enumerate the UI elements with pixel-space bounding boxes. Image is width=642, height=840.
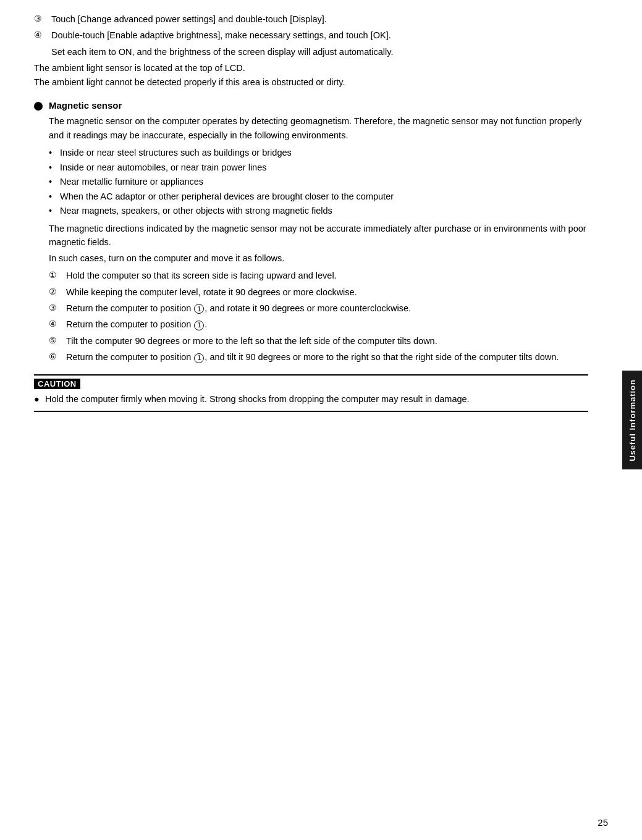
bullet-dot-5: • [49, 204, 60, 217]
bullet-item-4: • When the AC adaptor or other periphera… [49, 190, 588, 203]
bullet-text-5: Near magnets, speakers, or other objects… [60, 204, 332, 217]
caution-text-1: Hold the computer firmly when moving it.… [45, 392, 470, 406]
bullet-text-4: When the AC adaptor or other peripheral … [60, 190, 394, 203]
step-4-subtext: Set each item to ON, and the brightness … [34, 45, 588, 59]
mag-step-text-2: While keeping the computer level, rotate… [66, 285, 588, 299]
mag-step-num-2: ② [49, 285, 66, 299]
bullet-dot-3: • [49, 175, 60, 188]
mag-step-3: ③ Return the computer to position 1, and… [49, 301, 588, 315]
sidebar-tab: Useful Information [622, 371, 642, 469]
magnetic-section-heading: Magnetic sensor [34, 100, 588, 111]
page-container: Useful Information ③ Touch [Change advan… [0, 0, 642, 840]
mag-step-text-6: Return the computer to position 1, and t… [66, 350, 588, 364]
mag-step-1: ① Hold the computer so that its screen s… [49, 269, 588, 282]
mag-step-6: ⑥ Return the computer to position 1, and… [49, 350, 588, 364]
ambient-line-1: The ambient light sensor is located at t… [34, 61, 588, 75]
bullet-dot-2: • [49, 161, 60, 174]
step-number-3: ③ [34, 12, 51, 26]
bullet-text-1: Inside or near steel structures such as … [60, 146, 292, 159]
caution-label: CAUTION [34, 379, 80, 389]
bullet-dot-4: • [49, 190, 60, 203]
sidebar-tab-label: Useful Information [628, 379, 637, 461]
magnetic-intro: The magnetic sensor on the computer oper… [49, 114, 588, 142]
magnetic-section-title: Magnetic sensor [49, 100, 122, 111]
caution-bullet-1: ● [34, 392, 45, 406]
mag-step-text-5: Tilt the computer 90 degrees or more to … [66, 334, 588, 348]
mag-step-num-6: ⑥ [49, 350, 66, 364]
mag-step-5: ⑤ Tilt the computer 90 degrees or more t… [49, 334, 588, 348]
step-number-4: ④ [34, 28, 51, 42]
mag-step-num-4: ④ [49, 317, 66, 331]
mag-step-2: ② While keeping the computer level, rota… [49, 285, 588, 299]
circled-1-b: 1 [194, 321, 204, 330]
bullet-item-5: • Near magnets, speakers, or other objec… [49, 204, 588, 217]
circled-1-a: 1 [194, 304, 204, 314]
step-text-3: Touch [Change advanced power settings] a… [51, 12, 588, 26]
magnetic-para2: In such cases, turn on the computer and … [49, 251, 588, 265]
caution-item-1: ● Hold the computer firmly when moving i… [34, 392, 588, 406]
step-item-4: ④ Double-touch [Enable adaptive brightne… [34, 28, 588, 42]
mag-step-text-3: Return the computer to position 1, and r… [66, 301, 588, 315]
main-content: ③ Touch [Change advanced power settings]… [0, 0, 622, 424]
mag-step-text-4: Return the computer to position 1. [66, 317, 588, 331]
circled-1-c: 1 [194, 353, 204, 363]
mag-step-num-1: ① [49, 269, 66, 282]
mag-step-num-5: ⑤ [49, 334, 66, 348]
bullet-dot-1: • [49, 146, 60, 159]
step-text-4: Double-touch [Enable adaptive brightness… [51, 28, 588, 42]
magnetic-section-body: The magnetic sensor on the computer oper… [49, 114, 588, 364]
bullet-text-2: Inside or near automobiles, or near trai… [60, 161, 266, 174]
section-bullet [34, 102, 43, 111]
mag-step-text-1: Hold the computer so that its screen sid… [66, 269, 588, 282]
bullet-item-1: • Inside or near steel structures such a… [49, 146, 588, 159]
page-number: 25 [598, 817, 608, 828]
bullet-item-3: • Near metallic furniture or appliances [49, 175, 588, 188]
bullet-item-2: • Inside or near automobiles, or near tr… [49, 161, 588, 174]
step-item-3: ③ Touch [Change advanced power settings]… [34, 12, 588, 26]
mag-step-4: ④ Return the computer to position 1. [49, 317, 588, 331]
ambient-line-2: The ambient light cannot be detected pro… [34, 75, 588, 89]
caution-block: CAUTION ● Hold the computer firmly when … [34, 374, 588, 412]
magnetic-para1: The magnetic directions indicated by the… [49, 222, 588, 250]
mag-step-num-3: ③ [49, 301, 66, 315]
bullet-text-3: Near metallic furniture or appliances [60, 175, 203, 188]
